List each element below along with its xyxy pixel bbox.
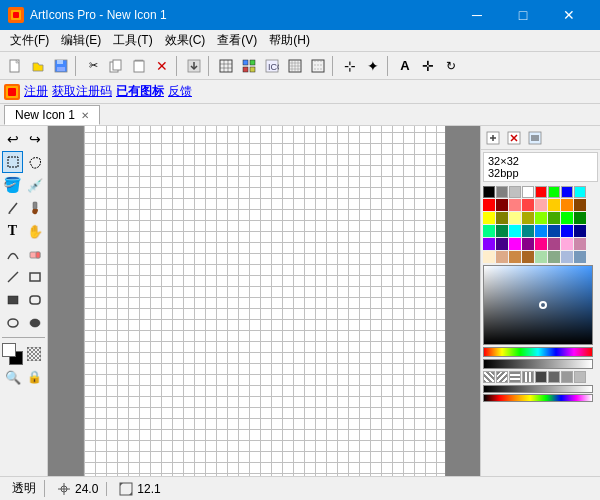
fill-tool[interactable]: 🪣 — [2, 174, 23, 196]
color-gradient-picker[interactable] — [483, 265, 593, 345]
ellipse-tool[interactable] — [2, 312, 23, 334]
color-silver[interactable] — [509, 186, 521, 198]
rect-tool[interactable] — [24, 266, 45, 288]
p-r2c8[interactable] — [574, 212, 586, 224]
move-tool[interactable]: ✛ — [417, 55, 439, 77]
color-cyan[interactable] — [574, 186, 586, 198]
p-r5c5[interactable] — [535, 251, 547, 263]
properties-button[interactable] — [525, 128, 545, 148]
p-r3c3[interactable] — [509, 225, 521, 237]
menu-help[interactable]: 帮助(H) — [263, 30, 316, 51]
p-r3c6[interactable] — [548, 225, 560, 237]
pattern-5[interactable] — [535, 371, 547, 383]
icon-tab[interactable]: New Icon 1 ✕ — [4, 105, 100, 125]
p-r5c1[interactable] — [483, 251, 495, 263]
save-button[interactable] — [50, 55, 72, 77]
menu-tools[interactable]: 工具(T) — [107, 30, 158, 51]
delete-button[interactable]: ✕ — [151, 55, 173, 77]
round-rect-tool[interactable] — [24, 289, 45, 311]
color-black[interactable] — [483, 186, 495, 198]
p-r5c7[interactable] — [561, 251, 573, 263]
p-r4c6[interactable] — [548, 238, 560, 250]
p-r5c4[interactable] — [522, 251, 534, 263]
gray-slider[interactable] — [483, 359, 593, 369]
rect-select-tool[interactable] — [2, 151, 23, 173]
undo-button[interactable]: ↩ — [2, 128, 23, 150]
grid-dots[interactable] — [307, 55, 329, 77]
p-r1c7[interactable] — [561, 199, 573, 211]
p-r1c2[interactable] — [496, 199, 508, 211]
curve-tool[interactable] — [2, 243, 23, 265]
cut-button[interactable]: ✂ — [82, 55, 104, 77]
pattern-2[interactable] — [496, 371, 508, 383]
register-link[interactable]: 注册 — [24, 83, 48, 100]
bottom-grad-bar[interactable] — [483, 385, 593, 393]
close-button[interactable]: ✕ — [546, 0, 592, 30]
open-button[interactable] — [27, 55, 49, 77]
p-r3c7[interactable] — [561, 225, 573, 237]
menu-effects[interactable]: 效果(C) — [159, 30, 212, 51]
p-r2c4[interactable] — [522, 212, 534, 224]
brush-tool[interactable] — [24, 197, 45, 219]
new-button[interactable] — [4, 55, 26, 77]
p-r5c2[interactable] — [496, 251, 508, 263]
pattern-8[interactable] — [574, 371, 586, 383]
p-r1c6[interactable] — [548, 199, 560, 211]
p-r4c2[interactable] — [496, 238, 508, 250]
color-lime[interactable] — [548, 186, 560, 198]
p-r1c3[interactable] — [509, 199, 521, 211]
color-pattern-tool[interactable] — [24, 343, 45, 365]
pattern-1[interactable] — [483, 371, 495, 383]
p-r1c5[interactable] — [535, 199, 547, 211]
get-key-link[interactable]: 获取注册码 — [52, 83, 112, 100]
has-icon-link[interactable]: 已有图标 — [116, 83, 164, 100]
p-r1c1[interactable] — [483, 199, 495, 211]
p-r3c2[interactable] — [496, 225, 508, 237]
p-r5c8[interactable] — [574, 251, 586, 263]
free-select-tool[interactable] — [24, 151, 45, 173]
import-button[interactable] — [183, 55, 205, 77]
lock-icon[interactable]: 🔒 — [24, 366, 45, 388]
paste-button[interactable] — [128, 55, 150, 77]
rotate-tool[interactable]: ↻ — [440, 55, 462, 77]
filled-rect-tool[interactable] — [2, 289, 23, 311]
color-selector[interactable] — [2, 343, 23, 365]
p-r3c5[interactable] — [535, 225, 547, 237]
p-r3c1[interactable] — [483, 225, 495, 237]
p-r2c2[interactable] — [496, 212, 508, 224]
zoom-tool[interactable]: 🔍 — [2, 366, 23, 388]
grid-tool-1[interactable] — [215, 55, 237, 77]
p-r4c5[interactable] — [535, 238, 547, 250]
p-r4c1[interactable] — [483, 238, 495, 250]
p-r4c7[interactable] — [561, 238, 573, 250]
grid-tool-2[interactable] — [238, 55, 260, 77]
menu-file[interactable]: 文件(F) — [4, 30, 55, 51]
p-r4c3[interactable] — [509, 238, 521, 250]
grid-lines[interactable] — [284, 55, 306, 77]
window-controls[interactable]: ─ □ ✕ — [454, 0, 592, 30]
text-tool[interactable]: A — [394, 55, 416, 77]
p-r5c6[interactable] — [548, 251, 560, 263]
eyedropper-tool[interactable]: 💉 — [24, 174, 45, 196]
p-r2c6[interactable] — [548, 212, 560, 224]
color-gray[interactable] — [496, 186, 508, 198]
copy-button[interactable] — [105, 55, 127, 77]
canvas-area[interactable] — [48, 126, 480, 476]
pattern-4[interactable] — [522, 371, 534, 383]
minimize-button[interactable]: ─ — [454, 0, 500, 30]
icon-canvas[interactable] — [83, 126, 446, 476]
pencil-tool[interactable] — [2, 197, 23, 219]
p-r2c1[interactable] — [483, 212, 495, 224]
wand-tool[interactable]: ✦ — [362, 55, 384, 77]
feedback-link[interactable]: 反馈 — [168, 83, 192, 100]
text-tool-left[interactable]: T — [2, 220, 23, 242]
tab-close-button[interactable]: ✕ — [81, 110, 89, 121]
p-r5c3[interactable] — [509, 251, 521, 263]
rainbow-bar[interactable] — [483, 394, 593, 402]
color-blue[interactable] — [561, 186, 573, 198]
menu-edit[interactable]: 编辑(E) — [55, 30, 107, 51]
pattern-3[interactable] — [509, 371, 521, 383]
p-r1c8[interactable] — [574, 199, 586, 211]
p-r4c8[interactable] — [574, 238, 586, 250]
add-icon-button[interactable] — [483, 128, 503, 148]
